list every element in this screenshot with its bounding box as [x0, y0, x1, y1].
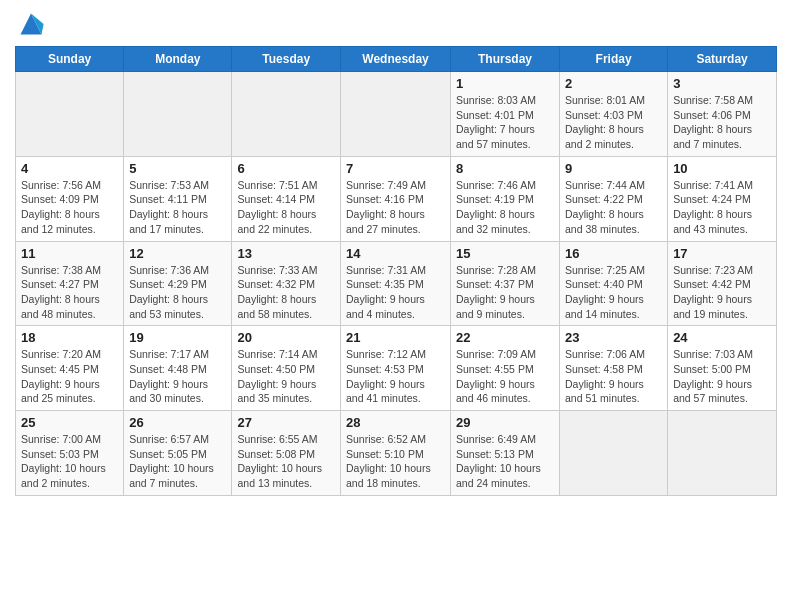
- calendar-cell: 13Sunrise: 7:33 AMSunset: 4:32 PMDayligh…: [232, 241, 341, 326]
- calendar-cell: 15Sunrise: 7:28 AMSunset: 4:37 PMDayligh…: [451, 241, 560, 326]
- calendar-cell: 27Sunrise: 6:55 AMSunset: 5:08 PMDayligh…: [232, 411, 341, 496]
- calendar-cell: 18Sunrise: 7:20 AMSunset: 4:45 PMDayligh…: [16, 326, 124, 411]
- day-number: 3: [673, 76, 771, 91]
- calendar-header-row: SundayMondayTuesdayWednesdayThursdayFrid…: [16, 47, 777, 72]
- calendar-cell: 20Sunrise: 7:14 AMSunset: 4:50 PMDayligh…: [232, 326, 341, 411]
- calendar-cell: [124, 72, 232, 157]
- col-header-thursday: Thursday: [451, 47, 560, 72]
- week-row-3: 11Sunrise: 7:38 AMSunset: 4:27 PMDayligh…: [16, 241, 777, 326]
- day-info: Sunrise: 7:41 AMSunset: 4:24 PMDaylight:…: [673, 178, 771, 237]
- calendar-cell: 2Sunrise: 8:01 AMSunset: 4:03 PMDaylight…: [560, 72, 668, 157]
- calendar-cell: 19Sunrise: 7:17 AMSunset: 4:48 PMDayligh…: [124, 326, 232, 411]
- calendar-cell: [16, 72, 124, 157]
- calendar-cell: 8Sunrise: 7:46 AMSunset: 4:19 PMDaylight…: [451, 156, 560, 241]
- day-info: Sunrise: 6:52 AMSunset: 5:10 PMDaylight:…: [346, 432, 445, 491]
- calendar-cell: 29Sunrise: 6:49 AMSunset: 5:13 PMDayligh…: [451, 411, 560, 496]
- calendar-cell: 22Sunrise: 7:09 AMSunset: 4:55 PMDayligh…: [451, 326, 560, 411]
- day-number: 9: [565, 161, 662, 176]
- day-info: Sunrise: 7:46 AMSunset: 4:19 PMDaylight:…: [456, 178, 554, 237]
- calendar-cell: [341, 72, 451, 157]
- day-info: Sunrise: 8:01 AMSunset: 4:03 PMDaylight:…: [565, 93, 662, 152]
- calendar-cell: 12Sunrise: 7:36 AMSunset: 4:29 PMDayligh…: [124, 241, 232, 326]
- calendar-cell: 3Sunrise: 7:58 AMSunset: 4:06 PMDaylight…: [668, 72, 777, 157]
- day-info: Sunrise: 7:51 AMSunset: 4:14 PMDaylight:…: [237, 178, 335, 237]
- col-header-monday: Monday: [124, 47, 232, 72]
- calendar-table: SundayMondayTuesdayWednesdayThursdayFrid…: [15, 46, 777, 496]
- day-info: Sunrise: 7:12 AMSunset: 4:53 PMDaylight:…: [346, 347, 445, 406]
- calendar-cell: 28Sunrise: 6:52 AMSunset: 5:10 PMDayligh…: [341, 411, 451, 496]
- logo: [15, 10, 45, 38]
- day-number: 20: [237, 330, 335, 345]
- day-info: Sunrise: 7:23 AMSunset: 4:42 PMDaylight:…: [673, 263, 771, 322]
- day-number: 7: [346, 161, 445, 176]
- week-row-5: 25Sunrise: 7:00 AMSunset: 5:03 PMDayligh…: [16, 411, 777, 496]
- day-info: Sunrise: 7:58 AMSunset: 4:06 PMDaylight:…: [673, 93, 771, 152]
- calendar-cell: [232, 72, 341, 157]
- day-info: Sunrise: 7:06 AMSunset: 4:58 PMDaylight:…: [565, 347, 662, 406]
- day-info: Sunrise: 7:20 AMSunset: 4:45 PMDaylight:…: [21, 347, 118, 406]
- day-number: 17: [673, 246, 771, 261]
- calendar-cell: 16Sunrise: 7:25 AMSunset: 4:40 PMDayligh…: [560, 241, 668, 326]
- col-header-saturday: Saturday: [668, 47, 777, 72]
- header: [15, 10, 777, 38]
- day-info: Sunrise: 6:55 AMSunset: 5:08 PMDaylight:…: [237, 432, 335, 491]
- logo-icon: [17, 10, 45, 38]
- day-number: 6: [237, 161, 335, 176]
- col-header-wednesday: Wednesday: [341, 47, 451, 72]
- day-number: 24: [673, 330, 771, 345]
- calendar-cell: [560, 411, 668, 496]
- day-number: 5: [129, 161, 226, 176]
- day-number: 18: [21, 330, 118, 345]
- day-number: 22: [456, 330, 554, 345]
- day-info: Sunrise: 7:14 AMSunset: 4:50 PMDaylight:…: [237, 347, 335, 406]
- day-info: Sunrise: 7:44 AMSunset: 4:22 PMDaylight:…: [565, 178, 662, 237]
- day-number: 25: [21, 415, 118, 430]
- day-number: 10: [673, 161, 771, 176]
- col-header-tuesday: Tuesday: [232, 47, 341, 72]
- day-info: Sunrise: 6:57 AMSunset: 5:05 PMDaylight:…: [129, 432, 226, 491]
- day-info: Sunrise: 7:25 AMSunset: 4:40 PMDaylight:…: [565, 263, 662, 322]
- day-info: Sunrise: 7:03 AMSunset: 5:00 PMDaylight:…: [673, 347, 771, 406]
- day-info: Sunrise: 7:00 AMSunset: 5:03 PMDaylight:…: [21, 432, 118, 491]
- day-info: Sunrise: 7:49 AMSunset: 4:16 PMDaylight:…: [346, 178, 445, 237]
- calendar-cell: 1Sunrise: 8:03 AMSunset: 4:01 PMDaylight…: [451, 72, 560, 157]
- col-header-friday: Friday: [560, 47, 668, 72]
- day-number: 11: [21, 246, 118, 261]
- calendar-cell: 23Sunrise: 7:06 AMSunset: 4:58 PMDayligh…: [560, 326, 668, 411]
- main-container: SundayMondayTuesdayWednesdayThursdayFrid…: [0, 0, 792, 501]
- day-number: 28: [346, 415, 445, 430]
- calendar-cell: 6Sunrise: 7:51 AMSunset: 4:14 PMDaylight…: [232, 156, 341, 241]
- day-number: 14: [346, 246, 445, 261]
- day-number: 2: [565, 76, 662, 91]
- week-row-1: 1Sunrise: 8:03 AMSunset: 4:01 PMDaylight…: [16, 72, 777, 157]
- calendar-cell: 11Sunrise: 7:38 AMSunset: 4:27 PMDayligh…: [16, 241, 124, 326]
- day-info: Sunrise: 7:33 AMSunset: 4:32 PMDaylight:…: [237, 263, 335, 322]
- calendar-cell: 25Sunrise: 7:00 AMSunset: 5:03 PMDayligh…: [16, 411, 124, 496]
- calendar-cell: 24Sunrise: 7:03 AMSunset: 5:00 PMDayligh…: [668, 326, 777, 411]
- calendar-cell: 4Sunrise: 7:56 AMSunset: 4:09 PMDaylight…: [16, 156, 124, 241]
- week-row-2: 4Sunrise: 7:56 AMSunset: 4:09 PMDaylight…: [16, 156, 777, 241]
- day-info: Sunrise: 7:56 AMSunset: 4:09 PMDaylight:…: [21, 178, 118, 237]
- day-info: Sunrise: 7:28 AMSunset: 4:37 PMDaylight:…: [456, 263, 554, 322]
- day-number: 19: [129, 330, 226, 345]
- calendar-cell: 21Sunrise: 7:12 AMSunset: 4:53 PMDayligh…: [341, 326, 451, 411]
- calendar-cell: 26Sunrise: 6:57 AMSunset: 5:05 PMDayligh…: [124, 411, 232, 496]
- day-info: Sunrise: 7:36 AMSunset: 4:29 PMDaylight:…: [129, 263, 226, 322]
- day-number: 8: [456, 161, 554, 176]
- day-number: 12: [129, 246, 226, 261]
- day-info: Sunrise: 7:38 AMSunset: 4:27 PMDaylight:…: [21, 263, 118, 322]
- day-info: Sunrise: 6:49 AMSunset: 5:13 PMDaylight:…: [456, 432, 554, 491]
- calendar-cell: 9Sunrise: 7:44 AMSunset: 4:22 PMDaylight…: [560, 156, 668, 241]
- day-number: 13: [237, 246, 335, 261]
- day-number: 4: [21, 161, 118, 176]
- calendar-cell: 7Sunrise: 7:49 AMSunset: 4:16 PMDaylight…: [341, 156, 451, 241]
- day-info: Sunrise: 7:53 AMSunset: 4:11 PMDaylight:…: [129, 178, 226, 237]
- calendar-cell: 10Sunrise: 7:41 AMSunset: 4:24 PMDayligh…: [668, 156, 777, 241]
- calendar-cell: 17Sunrise: 7:23 AMSunset: 4:42 PMDayligh…: [668, 241, 777, 326]
- day-number: 1: [456, 76, 554, 91]
- col-header-sunday: Sunday: [16, 47, 124, 72]
- day-info: Sunrise: 8:03 AMSunset: 4:01 PMDaylight:…: [456, 93, 554, 152]
- day-number: 26: [129, 415, 226, 430]
- day-info: Sunrise: 7:17 AMSunset: 4:48 PMDaylight:…: [129, 347, 226, 406]
- day-number: 16: [565, 246, 662, 261]
